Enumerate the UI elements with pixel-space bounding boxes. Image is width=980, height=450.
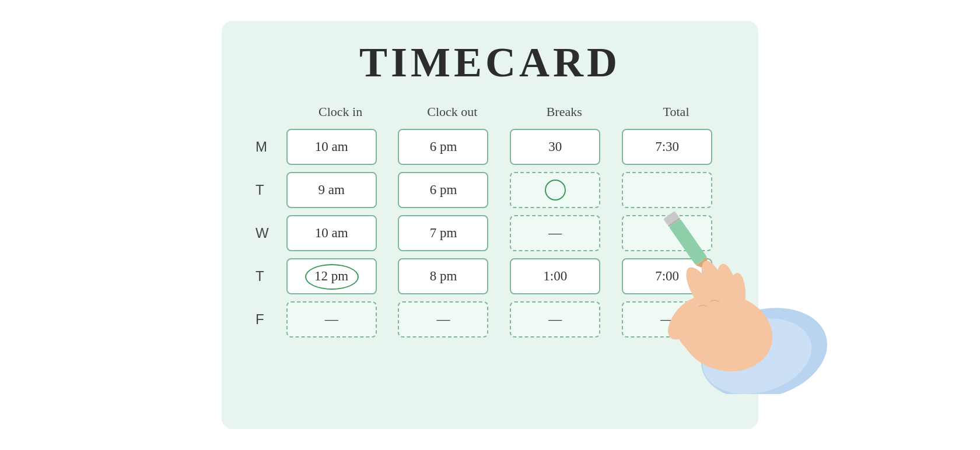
day-label: T — [256, 268, 272, 284]
cell-total — [622, 215, 712, 251]
timecard-card: TIMECARD Clock in Clock out Breaks Total… — [222, 21, 758, 429]
cell-clock_in: 12 pm — [286, 258, 377, 294]
day-label: T — [256, 182, 272, 198]
cell-clock_out: 7 pm — [398, 215, 488, 251]
table-row: F———— — [251, 298, 729, 341]
cell-clock_in: 10 am — [286, 129, 377, 165]
day-label: W — [256, 225, 277, 241]
cell-clock_out: 8 pm — [398, 258, 488, 294]
svg-point-12 — [729, 273, 746, 315]
cell-breaks: 30 — [510, 129, 600, 165]
break-circle — [545, 180, 566, 201]
cell-breaks: 1:00 — [510, 258, 600, 294]
cell-clock_out: 6 pm — [398, 172, 488, 208]
cell-total — [622, 172, 712, 208]
cell-clock_out: 6 pm — [398, 129, 488, 165]
page-title: TIMECARD — [359, 38, 621, 87]
cell-total: 7:30 — [622, 129, 712, 165]
cell-total: 7:00 — [622, 258, 712, 294]
cell-breaks: — — [510, 301, 600, 338]
col-header-breaks: Breaks — [505, 104, 617, 125]
table-row: W10 am7 pm— — [251, 212, 729, 255]
cell-clock_in: 10 am — [286, 215, 377, 251]
table-row: M10 am6 pm307:30 — [251, 125, 729, 168]
cell-clock_out: — — [398, 301, 488, 338]
col-header-clock-in: Clock in — [282, 104, 394, 125]
table-row: T9 am6 pm — [251, 168, 729, 212]
cell-clock_in: 9 am — [286, 172, 377, 208]
circled-value: 12 pm — [314, 269, 348, 284]
cell-clock_in: — — [286, 301, 377, 338]
cell-total: — — [622, 301, 712, 338]
col-header-clock-out: Clock out — [393, 104, 505, 125]
cell-breaks — [510, 172, 600, 208]
day-label: M — [256, 139, 275, 154]
cell-breaks: — — [510, 215, 600, 251]
timecard-table: Clock in Clock out Breaks Total M10 am6 … — [251, 104, 729, 341]
col-header-total: Total — [617, 104, 729, 125]
day-label: F — [256, 311, 272, 327]
table-row: T12 pm8 pm1:007:00 — [251, 255, 729, 298]
